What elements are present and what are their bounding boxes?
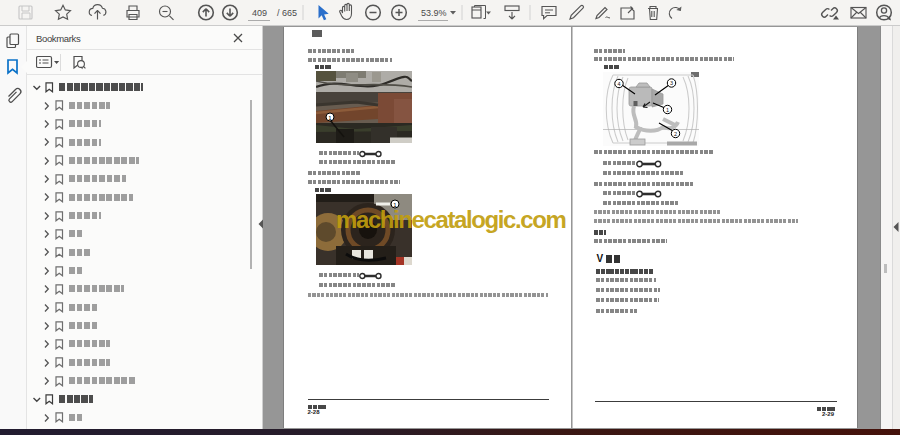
svg-text:1: 1 [665, 106, 668, 112]
svg-text:3: 3 [669, 80, 672, 86]
svg-text:2: 2 [673, 130, 676, 136]
svg-text:4: 4 [617, 80, 620, 86]
